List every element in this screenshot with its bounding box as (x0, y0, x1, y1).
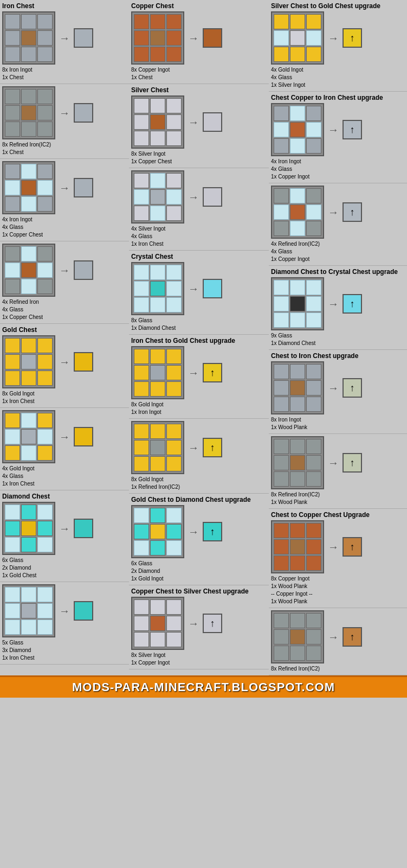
gold-to-diamond-title: Gold Chest to Diamond Chest upgrade (131, 496, 267, 503)
recipe-row: → (2, 502, 127, 555)
grid-cell (274, 629, 289, 644)
grid-cell (306, 523, 321, 538)
ingredients: 8x Copper Ingot1x Chest (131, 66, 267, 81)
arrow-icon: → (188, 32, 199, 44)
iron-to-gold-title: Iron Chest to Gold Chest upgrade (131, 337, 267, 344)
grid-cell (37, 164, 53, 179)
recipe-row: → (2, 244, 127, 297)
grid-cell (306, 122, 321, 137)
grid-cell (166, 456, 182, 471)
refined-iron-glass-section: → 4x Iron Ingot4x Glass1x Copper Chest (0, 159, 129, 241)
grid-cell (37, 537, 53, 552)
grid-cell (274, 397, 289, 412)
grid-cell (5, 445, 20, 461)
crystal-chest-title: Crystal Chest (131, 253, 267, 260)
gold-to-diamond-section: Gold Chest to Diamond Chest upgrade → ↑ (129, 494, 269, 585)
grid-cell (150, 206, 165, 221)
ingredients: 8x Iron Ingot1x Wood Plank (271, 416, 405, 431)
grid-cell (134, 14, 149, 29)
diamond-to-crystal-section: Diamond Chest to Crystal Chest upgrade →… (269, 266, 407, 350)
grid-cell (5, 279, 20, 294)
copper-to-iron-r2: → ↑ 4x Refined Iron(IC2)4x Glass1x Coppe… (269, 183, 407, 266)
copper-to-iron-section: Chest Copper to Iron Chest upgrade → ↑ (269, 92, 407, 183)
crafting-grid (271, 11, 324, 65)
grid-cell (166, 189, 182, 205)
recipe-row: → ↑ (131, 421, 267, 474)
result-cell: ↑ (203, 522, 222, 541)
grid-cell (134, 440, 149, 455)
recipe-row: → ↑ (271, 103, 405, 156)
diamond-chest-section: Diamond Chest → 6x Glass2x Diamond1x Gol… (0, 490, 129, 582)
arrow-icon: → (328, 631, 339, 643)
grid-cell (166, 616, 182, 631)
diamond-chest-title: Diamond Chest (2, 493, 127, 500)
ingredients: 4x Refined Iron4x Glass1x Copper Chest (2, 298, 127, 321)
crafting-grid (271, 361, 324, 414)
grid-cell (37, 122, 53, 137)
grid-cell (150, 508, 165, 523)
crafting-grid (2, 11, 55, 65)
grid-cell (166, 173, 182, 188)
grid-cell (5, 180, 20, 195)
grid-cell (166, 47, 182, 62)
grid-cell (166, 365, 182, 380)
grid-cell (21, 263, 36, 278)
crafting-grid (271, 610, 324, 663)
ingredients: 8x Refined Iron(IC2)1x Wood Plank (271, 491, 405, 506)
grid-cell (306, 364, 321, 379)
grid-cell (37, 587, 53, 602)
grid-cell (150, 540, 165, 556)
result-cell (203, 187, 222, 207)
grid-cell (21, 505, 36, 520)
grid-cell (274, 205, 289, 220)
crafting-grid (2, 335, 55, 388)
grid-cell (166, 524, 182, 539)
grid-cell (37, 413, 53, 428)
crafting-grid (271, 277, 324, 330)
grid-cell (134, 424, 149, 439)
recipe-row: → ↑ (131, 505, 267, 558)
ingredients: 8x Gold Ingot1x Iron Ingot (131, 401, 267, 416)
grid-cell (134, 456, 149, 471)
grid-cell (21, 354, 36, 369)
ingredients: 8x Silver Ingot1x Copper Chest (131, 150, 267, 165)
grid-cell (290, 471, 305, 487)
grid-cell (5, 587, 20, 602)
ingredients: 8x Refined Iron(IC2) (271, 665, 405, 673)
grid-cell (290, 439, 305, 454)
arrow-icon: → (188, 617, 199, 630)
ingredients: 8x Refined Iron(IC2)1x Chest (2, 141, 127, 156)
grid-cell (306, 205, 321, 220)
ingredients: 4x Refined Iron(IC2)4x Glass1x Copper In… (271, 240, 405, 263)
gold-chest-section: Gold Chest → 8x Gold Ingot1x Iron Chest (0, 324, 129, 408)
grid-cell (21, 122, 36, 137)
grid-cell (21, 89, 36, 104)
grid-cell (37, 338, 53, 353)
grid-cell (306, 106, 321, 121)
grid-cell (5, 196, 20, 212)
arrow-icon: → (328, 298, 339, 310)
recipe-row: → ↑ (271, 520, 405, 573)
ingredients: 8x Iron Ingot1x Chest (2, 66, 127, 81)
crafting-grid (2, 86, 55, 139)
recipe-row: → ↑ (271, 277, 405, 330)
chest-to-iron-title: Chest to Iron Chest upgrade (271, 352, 405, 360)
grid-cell (306, 471, 321, 487)
grid-cell (21, 587, 36, 602)
grid-cell (37, 505, 53, 520)
main-content: Iron Chest → 8x Iron Ingot1x Chest (0, 0, 407, 675)
grid-cell (274, 556, 289, 571)
grid-cell (290, 646, 305, 661)
arrow-icon: → (59, 264, 70, 277)
result-cell (74, 601, 93, 621)
grid-cell (37, 429, 53, 444)
grid-cell (21, 413, 36, 428)
gold-chest-r2: → 4x Gold Ingot4x Glass1x Iron Chest (0, 408, 129, 490)
copper-to-silver-section: Copper Chest to Silver Chest upgrade → ↑ (129, 585, 269, 669)
grid-cell (166, 424, 182, 439)
grid-cell (37, 620, 53, 635)
grid-cell (290, 397, 305, 412)
grid-cell (306, 613, 321, 628)
result-cell (74, 519, 93, 538)
ingredients: 6x Glass2x Diamond1x Gold Chest (2, 557, 127, 579)
